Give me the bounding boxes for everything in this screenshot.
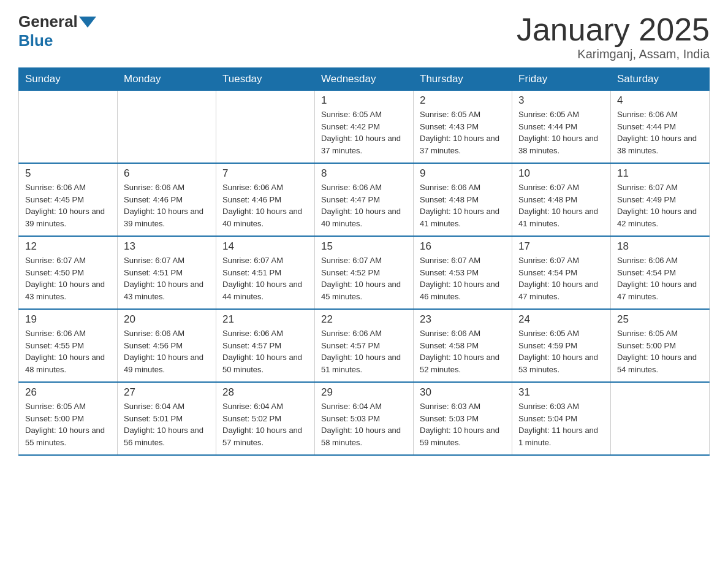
calendar-week-5: 26Sunrise: 6:05 AM Sunset: 5:00 PM Dayli… <box>19 382 710 455</box>
weekday-header-friday: Friday <box>512 68 611 91</box>
calendar-cell: 3Sunrise: 6:05 AM Sunset: 4:44 PM Daylig… <box>512 91 611 164</box>
weekday-header-monday: Monday <box>118 68 216 91</box>
day-info: Sunrise: 6:06 AM Sunset: 4:46 PM Dayligh… <box>222 182 308 229</box>
logo-general-text: General <box>18 12 78 31</box>
calendar-cell: 17Sunrise: 6:07 AM Sunset: 4:54 PM Dayli… <box>512 236 611 309</box>
day-number: 29 <box>321 386 407 399</box>
location-subtitle: Karimganj, Assam, India <box>517 47 710 61</box>
day-number: 1 <box>321 94 407 107</box>
day-number: 23 <box>420 313 506 326</box>
day-info: Sunrise: 6:04 AM Sunset: 5:03 PM Dayligh… <box>321 400 407 448</box>
day-info: Sunrise: 6:07 AM Sunset: 4:48 PM Dayligh… <box>518 182 604 229</box>
day-number: 28 <box>222 386 308 399</box>
day-info: Sunrise: 6:03 AM Sunset: 5:04 PM Dayligh… <box>518 400 604 448</box>
day-number: 17 <box>518 240 604 253</box>
day-number: 27 <box>124 386 210 399</box>
calendar-cell: 30Sunrise: 6:03 AM Sunset: 5:03 PM Dayli… <box>414 382 512 455</box>
logo-triangle-icon <box>79 17 96 28</box>
calendar-cell: 12Sunrise: 6:07 AM Sunset: 4:50 PM Dayli… <box>19 236 118 309</box>
day-info: Sunrise: 6:07 AM Sunset: 4:50 PM Dayligh… <box>25 255 111 302</box>
day-number: 14 <box>222 240 308 253</box>
calendar-cell: 15Sunrise: 6:07 AM Sunset: 4:52 PM Dayli… <box>315 236 414 309</box>
weekday-header-wednesday: Wednesday <box>315 68 414 91</box>
day-number: 20 <box>124 313 210 326</box>
calendar-table: SundayMondayTuesdayWednesdayThursdayFrid… <box>18 67 710 456</box>
weekday-header-sunday: Sunday <box>19 68 118 91</box>
calendar-cell: 23Sunrise: 6:06 AM Sunset: 4:58 PM Dayli… <box>414 309 512 382</box>
day-number: 12 <box>25 240 111 253</box>
day-number: 8 <box>321 167 407 180</box>
day-number: 5 <box>25 167 111 180</box>
day-number: 26 <box>25 386 111 399</box>
calendar-cell: 4Sunrise: 6:06 AM Sunset: 4:44 PM Daylig… <box>611 91 710 164</box>
day-info: Sunrise: 6:05 AM Sunset: 4:42 PM Dayligh… <box>321 109 407 156</box>
day-number: 2 <box>420 94 506 107</box>
day-number: 6 <box>124 167 210 180</box>
calendar-cell: 7Sunrise: 6:06 AM Sunset: 4:46 PM Daylig… <box>216 163 315 236</box>
day-info: Sunrise: 6:05 AM Sunset: 5:00 PM Dayligh… <box>25 400 111 448</box>
calendar-cell: 27Sunrise: 6:04 AM Sunset: 5:01 PM Dayli… <box>118 382 216 455</box>
day-number: 18 <box>617 240 703 253</box>
day-info: Sunrise: 6:06 AM Sunset: 4:58 PM Dayligh… <box>420 327 506 375</box>
calendar-cell: 13Sunrise: 6:07 AM Sunset: 4:51 PM Dayli… <box>118 236 216 309</box>
day-number: 21 <box>222 313 308 326</box>
calendar-cell: 11Sunrise: 6:07 AM Sunset: 4:49 PM Dayli… <box>611 163 710 236</box>
day-number: 4 <box>617 94 703 107</box>
day-info: Sunrise: 6:07 AM Sunset: 4:52 PM Dayligh… <box>321 255 407 302</box>
day-number: 22 <box>321 313 407 326</box>
day-info: Sunrise: 6:07 AM Sunset: 4:54 PM Dayligh… <box>518 255 604 302</box>
calendar-cell: 5Sunrise: 6:06 AM Sunset: 4:45 PM Daylig… <box>19 163 118 236</box>
calendar-cell: 24Sunrise: 6:05 AM Sunset: 4:59 PM Dayli… <box>512 309 611 382</box>
calendar-cell: 22Sunrise: 6:06 AM Sunset: 4:57 PM Dayli… <box>315 309 414 382</box>
day-info: Sunrise: 6:07 AM Sunset: 4:49 PM Dayligh… <box>617 182 703 229</box>
calendar-cell: 31Sunrise: 6:03 AM Sunset: 5:04 PM Dayli… <box>512 382 611 455</box>
calendar-week-2: 5Sunrise: 6:06 AM Sunset: 4:45 PM Daylig… <box>19 163 710 236</box>
calendar-cell: 14Sunrise: 6:07 AM Sunset: 4:51 PM Dayli… <box>216 236 315 309</box>
calendar-week-3: 12Sunrise: 6:07 AM Sunset: 4:50 PM Dayli… <box>19 236 710 309</box>
calendar-cell <box>118 91 216 164</box>
day-info: Sunrise: 6:07 AM Sunset: 4:51 PM Dayligh… <box>124 255 210 302</box>
calendar-header: SundayMondayTuesdayWednesdayThursdayFrid… <box>19 68 710 91</box>
calendar-cell <box>611 382 710 455</box>
day-info: Sunrise: 6:06 AM Sunset: 4:57 PM Dayligh… <box>222 327 308 375</box>
calendar-week-1: 1Sunrise: 6:05 AM Sunset: 4:42 PM Daylig… <box>19 91 710 164</box>
day-number: 15 <box>321 240 407 253</box>
day-info: Sunrise: 6:07 AM Sunset: 4:51 PM Dayligh… <box>222 255 308 302</box>
calendar-cell: 21Sunrise: 6:06 AM Sunset: 4:57 PM Dayli… <box>216 309 315 382</box>
day-number: 24 <box>518 313 604 326</box>
day-info: Sunrise: 6:06 AM Sunset: 4:48 PM Dayligh… <box>420 182 506 229</box>
day-number: 11 <box>617 167 703 180</box>
day-number: 7 <box>222 167 308 180</box>
calendar-week-4: 19Sunrise: 6:06 AM Sunset: 4:55 PM Dayli… <box>19 309 710 382</box>
day-number: 3 <box>518 94 604 107</box>
day-number: 30 <box>420 386 506 399</box>
calendar-cell: 1Sunrise: 6:05 AM Sunset: 4:42 PM Daylig… <box>315 91 414 164</box>
calendar-body: 1Sunrise: 6:05 AM Sunset: 4:42 PM Daylig… <box>19 91 710 456</box>
day-info: Sunrise: 6:05 AM Sunset: 5:00 PM Dayligh… <box>617 327 703 375</box>
day-number: 13 <box>124 240 210 253</box>
calendar-cell <box>19 91 118 164</box>
calendar-cell: 20Sunrise: 6:06 AM Sunset: 4:56 PM Dayli… <box>118 309 216 382</box>
day-info: Sunrise: 6:06 AM Sunset: 4:56 PM Dayligh… <box>124 327 210 375</box>
calendar-cell: 28Sunrise: 6:04 AM Sunset: 5:02 PM Dayli… <box>216 382 315 455</box>
day-info: Sunrise: 6:03 AM Sunset: 5:03 PM Dayligh… <box>420 400 506 448</box>
calendar-cell: 25Sunrise: 6:05 AM Sunset: 5:00 PM Dayli… <box>611 309 710 382</box>
day-number: 25 <box>617 313 703 326</box>
day-info: Sunrise: 6:06 AM Sunset: 4:45 PM Dayligh… <box>25 182 111 229</box>
day-info: Sunrise: 6:04 AM Sunset: 5:01 PM Dayligh… <box>124 400 210 448</box>
calendar-cell: 6Sunrise: 6:06 AM Sunset: 4:46 PM Daylig… <box>118 163 216 236</box>
day-number: 9 <box>420 167 506 180</box>
day-number: 19 <box>25 313 111 326</box>
day-info: Sunrise: 6:06 AM Sunset: 4:57 PM Dayligh… <box>321 327 407 375</box>
day-info: Sunrise: 6:06 AM Sunset: 4:46 PM Dayligh… <box>124 182 210 229</box>
day-info: Sunrise: 6:05 AM Sunset: 4:44 PM Dayligh… <box>518 109 604 156</box>
day-info: Sunrise: 6:05 AM Sunset: 4:59 PM Dayligh… <box>518 327 604 375</box>
weekday-header-tuesday: Tuesday <box>216 68 315 91</box>
calendar-cell: 2Sunrise: 6:05 AM Sunset: 4:43 PM Daylig… <box>414 91 512 164</box>
calendar-cell: 29Sunrise: 6:04 AM Sunset: 5:03 PM Dayli… <box>315 382 414 455</box>
day-info: Sunrise: 6:07 AM Sunset: 4:53 PM Dayligh… <box>420 255 506 302</box>
logo: General Blue <box>18 12 97 50</box>
calendar-cell: 10Sunrise: 6:07 AM Sunset: 4:48 PM Dayli… <box>512 163 611 236</box>
weekday-header-thursday: Thursday <box>414 68 512 91</box>
weekday-header-row: SundayMondayTuesdayWednesdayThursdayFrid… <box>19 68 710 91</box>
